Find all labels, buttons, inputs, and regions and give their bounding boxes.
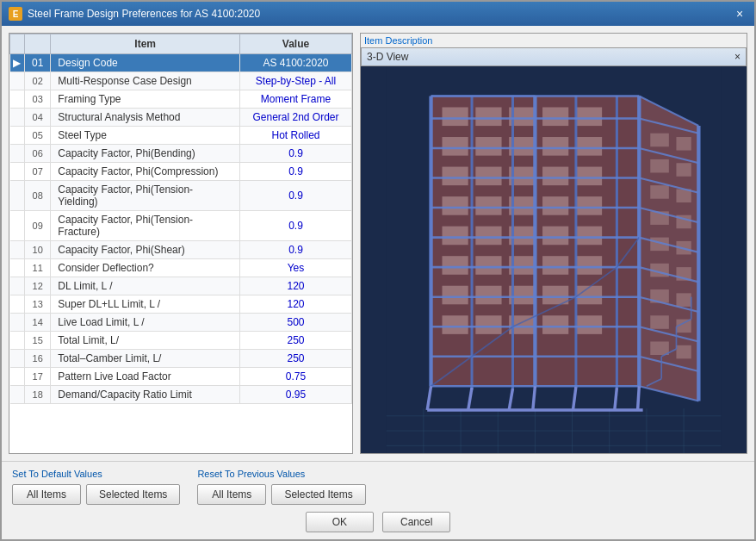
- svg-rect-69: [650, 315, 669, 329]
- table-row[interactable]: 06Capacity Factor, Phi(Bending)0.9: [10, 145, 352, 163]
- row-value: Hot Rolled: [240, 127, 352, 145]
- set-default-all-items-button[interactable]: All Items: [12, 484, 81, 505]
- row-value: 0.75: [240, 368, 352, 386]
- svg-rect-29: [442, 196, 468, 215]
- svg-rect-57: [650, 159, 669, 173]
- svg-rect-39: [442, 256, 468, 275]
- table-row[interactable]: 14Live Load Limit, L /500: [10, 314, 352, 332]
- table-row[interactable]: 13Super DL+LL Limit, L /120: [10, 295, 352, 314]
- row-value: 120: [240, 277, 352, 295]
- col-item: Item: [51, 34, 240, 54]
- row-number: 01: [25, 54, 51, 72]
- svg-rect-32: [542, 196, 568, 215]
- row-item-name: Multi-Response Case Design: [51, 72, 240, 90]
- svg-rect-17: [542, 107, 568, 126]
- svg-rect-19: [442, 137, 468, 156]
- table-scroll-area[interactable]: Item Value ▶01Design CodeAS 4100:202002M…: [9, 34, 352, 453]
- row-number: 10: [25, 241, 51, 259]
- svg-rect-18: [576, 107, 602, 126]
- table-row[interactable]: 03Framing TypeMoment Frame: [10, 90, 352, 109]
- row-number: 03: [25, 90, 51, 109]
- row-value: Moment Frame: [240, 90, 352, 109]
- row-value: 0.9: [240, 145, 352, 163]
- svg-rect-35: [475, 227, 501, 246]
- table-row[interactable]: 11Consider Deflection?Yes: [10, 259, 352, 277]
- row-item-name: Live Load Limit, L /: [51, 314, 240, 332]
- table-row[interactable]: 08Capacity Factor, Phi(Tension-Yielding)…: [10, 181, 352, 211]
- svg-rect-58: [676, 163, 691, 177]
- ok-cancel-row: OK Cancel: [12, 512, 744, 532]
- row-arrow: [10, 350, 25, 368]
- row-arrow: [10, 181, 25, 211]
- svg-rect-56: [676, 137, 691, 151]
- reset-buttons: All Items Selected Items: [197, 484, 365, 505]
- svg-rect-25: [475, 167, 501, 186]
- svg-rect-28: [576, 167, 602, 186]
- row-value: Step-by-Step - All: [240, 72, 352, 90]
- svg-rect-44: [442, 286, 468, 305]
- preferences-table-panel: Item Value ▶01Design CodeAS 4100:202002M…: [9, 33, 353, 454]
- svg-rect-24: [442, 167, 468, 186]
- row-arrow: [10, 386, 25, 404]
- table-row[interactable]: ▶01Design CodeAS 4100:2020: [10, 54, 352, 72]
- row-item-name: Total Limit, L/: [51, 332, 240, 350]
- row-number: 14: [25, 314, 51, 332]
- svg-rect-49: [442, 315, 468, 334]
- set-default-selected-items-button[interactable]: Selected Items: [86, 484, 180, 505]
- svg-rect-45: [475, 286, 501, 305]
- svg-rect-15: [475, 107, 501, 126]
- table-row[interactable]: 04Structural Analysis MethodGeneral 2nd …: [10, 109, 352, 127]
- table-row[interactable]: 09Capacity Factor, Phi(Tension-Fracture)…: [10, 211, 352, 241]
- col-num: [25, 34, 51, 54]
- svg-rect-20: [475, 137, 501, 156]
- row-item-name: Total–Camber Limit, L/: [51, 350, 240, 368]
- reset-all-items-button[interactable]: All Items: [197, 484, 266, 505]
- svg-rect-23: [576, 137, 602, 156]
- row-item-name: Capacity Factor, Phi(Bending): [51, 145, 240, 163]
- ok-button[interactable]: OK: [306, 512, 374, 532]
- row-number: 11: [25, 259, 51, 277]
- title-bar: E Steel Frame Design Preferences for AS …: [2, 2, 754, 26]
- table-row[interactable]: 07Capacity Factor, Phi(Compression)0.9: [10, 163, 352, 181]
- row-number: 13: [25, 295, 51, 314]
- row-arrow: [10, 259, 25, 277]
- view-3d-title: 3-D View: [367, 51, 408, 63]
- set-default-group: Set To Default Values All Items Selected…: [12, 469, 180, 505]
- view-3d-close-button[interactable]: ×: [734, 51, 741, 63]
- table-row[interactable]: 10Capacity Factor, Phi(Shear)0.9: [10, 241, 352, 259]
- row-number: 04: [25, 109, 51, 127]
- row-value: 250: [240, 332, 352, 350]
- row-arrow: [10, 109, 25, 127]
- reset-selected-items-button[interactable]: Selected Items: [271, 484, 365, 505]
- row-item-name: Design Code: [51, 54, 240, 72]
- row-item-name: Capacity Factor, Phi(Shear): [51, 241, 240, 259]
- row-arrow: [10, 127, 25, 145]
- row-number: 12: [25, 277, 51, 295]
- table-row[interactable]: 15Total Limit, L/250: [10, 332, 352, 350]
- row-item-name: Steel Type: [51, 127, 240, 145]
- row-number: 16: [25, 350, 51, 368]
- row-item-name: Capacity Factor, Phi(Tension-Yielding): [51, 181, 240, 211]
- table-row[interactable]: 05Steel TypeHot Rolled: [10, 127, 352, 145]
- table-row[interactable]: 16Total–Camber Limit, L/250: [10, 350, 352, 368]
- svg-rect-59: [650, 185, 669, 199]
- table-row[interactable]: 02Multi-Response Case DesignStep-by-Step…: [10, 72, 352, 90]
- row-item-name: Structural Analysis Method: [51, 109, 240, 127]
- table-row[interactable]: 12DL Limit, L /120: [10, 277, 352, 295]
- col-value: Value: [240, 34, 352, 54]
- button-rows: Set To Default Values All Items Selected…: [12, 469, 744, 505]
- svg-rect-40: [475, 256, 501, 275]
- window-close-button[interactable]: ×: [732, 6, 747, 22]
- table-row[interactable]: 17Pattern Live Load Factor0.75: [10, 368, 352, 386]
- row-number: 18: [25, 386, 51, 404]
- main-dialog: E Steel Frame Design Preferences for AS …: [0, 0, 756, 541]
- svg-rect-22: [542, 137, 568, 156]
- row-number: 07: [25, 163, 51, 181]
- cancel-button[interactable]: Cancel: [382, 512, 450, 532]
- table-row[interactable]: 18Demand/Capacity Ratio Limit0.95: [10, 386, 352, 404]
- row-number: 17: [25, 368, 51, 386]
- row-item-name: DL Limit, L /: [51, 277, 240, 295]
- col-arrow: [10, 34, 25, 54]
- row-item-name: Demand/Capacity Ratio Limit: [51, 386, 240, 404]
- svg-rect-33: [576, 196, 602, 215]
